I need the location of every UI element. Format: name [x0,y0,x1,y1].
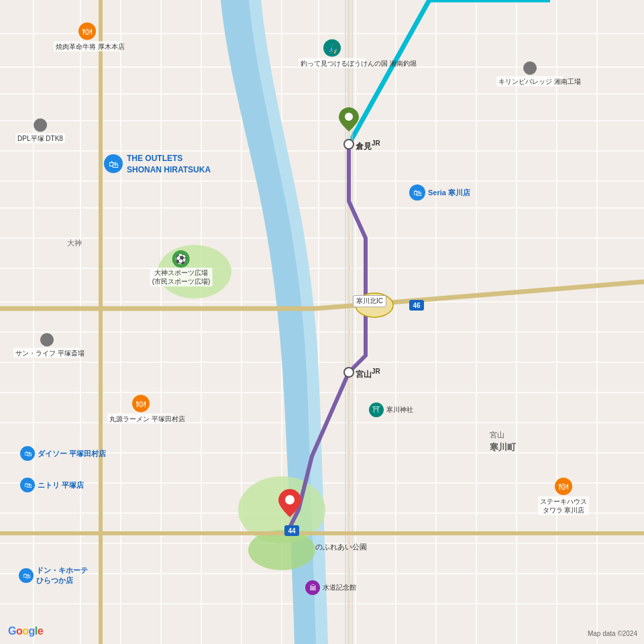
ogami-label: 大神 [67,238,82,248]
shrine-icon: ⛩ [369,402,384,417]
poi-steak[interactable]: 🍽 ステーキハウスタワラ 寒川店 [538,478,589,515]
fishing-icon: 🎣 [323,40,341,57]
poi-samukawa-shrine[interactable]: ⛩ 寒川神社 [369,402,413,417]
kurami-station-label: 倉見JR [356,140,380,152]
poi-kirin-label: キリンビバレッジ 湘南工場 [496,76,564,87]
seria-label: Seria 寒川店 [428,188,470,198]
area-miyayama: 宮山 [490,429,516,441]
restaurant-icon3: 🍽 [555,478,572,495]
poi-fishing-label: 釣って見つけるぼうけんの国 湘南釣堀 [299,58,366,68]
restaurant-icon2: 🍽 [132,395,150,413]
map-container: 46 44 🍽 焼肉革命牛将 厚木本店 🎣 釣って見つけるぼうけんの国 湘南釣堀… [0,0,644,644]
google-e: e [38,625,43,637]
outlets-line1: THE OUTLETS [127,153,211,164]
svg-point-55 [285,495,294,504]
poi-sanlife[interactable]: サン・ライフ 平塚斎場 [13,333,80,358]
google-g2: g [29,625,35,637]
google-o2: o [22,625,28,637]
steak-label: ステーキハウスタワラ 寒川店 [538,496,589,515]
poi-dpl[interactable]: DPL平塚 DTK8 [15,119,65,144]
poi-seria[interactable]: 🛍 Seria 寒川店 [409,184,470,201]
poi-daiso[interactable]: 🛍 ダイソー 平塚田村店 [20,446,106,461]
shrine-label: 寒川神社 [386,405,413,415]
restaurant-icon: 🍽 [78,23,96,40]
google-g: G [8,625,16,637]
poi-donki[interactable]: 🛍 ドン・キホーテひらつか店 [19,566,88,586]
google-o1: o [16,625,22,637]
poi-yakiniku[interactable]: 🍽 焼肉革命牛将 厚木本店 [54,23,121,52]
poi-yakiniku-label: 焼肉革命牛将 厚木本店 [54,42,121,52]
destination-marker [278,489,301,520]
samukawa-kita-ic: 寒川北IC [353,295,386,307]
poi-kirin[interactable]: キリンビバレッジ 湘南工場 [496,62,564,87]
poi-margen[interactable]: 🍽 丸源ラーメン 平塚田村店 [107,395,174,424]
margen-label: 丸源ラーメン 平塚田村店 [107,414,174,424]
poi-sports[interactable]: ⚽ 大神スポーツ広場(市民スポーツ広場) [150,250,213,286]
google-logo: Google [8,625,43,637]
donki-label: ドン・キホーテひらつか店 [36,566,88,586]
area-samukawa: 寒川町 [490,441,516,454]
shopping-icon-daiso: 🛍 [20,446,35,461]
poi-dpl-label: DPL平塚 DTK8 [15,133,65,144]
outlets-label: THE OUTLETS SHONAN HIRATSUKA [127,153,211,176]
outlets-line2: SHONAN HIRATSUKA [127,164,211,176]
sanlife-label: サン・ライフ 平塚斎場 [13,348,80,358]
map-attribution: Map data ©2024 [588,630,637,637]
svg-point-54 [345,113,353,121]
poi-outlets[interactable]: 🛍 THE OUTLETS SHONAN HIRATSUKA [104,153,211,176]
building-icon3 [40,333,54,347]
poi-water-museum[interactable]: 🏛 水道記念館 [305,580,356,595]
poi-sports-label: 大神スポーツ広場(市民スポーツ広場) [150,268,213,286]
shopping-icon-donki: 🛍 [19,568,34,583]
samukawa-area-label: 宮山 寒川町 [490,429,516,453]
water-museum-label: 水道記念館 [323,583,356,592]
poi-fishing[interactable]: 🎣 釣って見つけるぼうけんの国 湘南釣堀 [299,40,366,68]
sports-icon: ⚽ [172,250,190,268]
nitori-label: ニトリ 平塚店 [38,480,84,490]
building-icon2 [34,119,47,132]
shopping-icon-outlets: 🛍 [104,154,123,173]
daiso-label: ダイソー 平塚田村店 [38,449,106,459]
museum-icon: 🏛 [305,580,320,595]
shopping-icon-nitori: 🛍 [20,478,35,492]
building-icon [523,62,537,75]
fureai-park-label: のふれあい公園 [315,542,367,552]
shopping-icon-seria: 🛍 [409,184,425,201]
origin-marker [339,107,359,134]
poi-nitori[interactable]: 🛍 ニトリ 平塚店 [20,478,84,492]
miyayama-station-label: 宮山JR [356,368,380,380]
